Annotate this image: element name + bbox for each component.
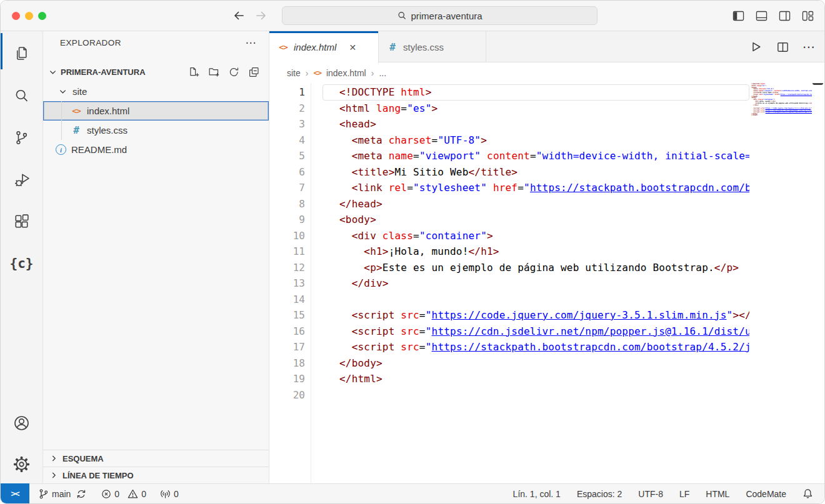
toggle-sidebar-icon[interactable] <box>732 9 745 22</box>
account-icon[interactable] <box>1 401 42 445</box>
editor-more-actions-icon[interactable]: ⋯ <box>802 39 816 54</box>
scrollbar[interactable] <box>812 83 824 483</box>
line-number: 12 <box>269 260 311 276</box>
line-number: 8 <box>269 196 311 212</box>
refresh-icon[interactable] <box>228 66 240 78</box>
language-mode[interactable]: HTML <box>706 489 729 499</box>
file-styles.css[interactable]: #styles.css <box>43 121 269 140</box>
run-debug-icon[interactable] <box>1 159 42 200</box>
code-line[interactable]: </body> <box>339 355 749 372</box>
tab-label: index.html <box>294 42 336 52</box>
code-line[interactable]: </html> <box>339 371 749 387</box>
file-tree: site<>index.html#styles.cssiREADME.md <box>43 82 269 159</box>
tab-label: styles.css <box>403 42 444 52</box>
code-line[interactable]: <html lang="es"> <box>339 101 749 117</box>
code-line[interactable]: <script src="https://stackpath.bootstrap… <box>339 339 749 355</box>
code-area: 1234567891011121314151617181920 <!DOCTYP… <box>269 83 824 483</box>
toggle-secondary-sidebar-icon[interactable] <box>778 9 791 22</box>
file-label: index.html <box>87 106 129 116</box>
activity-bar: {c} <box>1 31 43 483</box>
encoding[interactable]: UTF-8 <box>638 489 663 499</box>
remote-indicator[interactable]: >< <box>1 483 29 503</box>
workspace-section-header[interactable]: PRIMERA-AVENTURA <box>43 62 269 81</box>
breadcrumb-item[interactable]: ... <box>379 68 386 78</box>
remote-icon: >< <box>11 489 19 498</box>
code-content[interactable]: <!DOCTYPE html><html lang="es"><head> <m… <box>311 83 749 483</box>
code-line[interactable]: <body> <box>339 212 749 228</box>
minimize-window-button[interactable] <box>25 12 33 20</box>
line-number: 9 <box>269 212 311 228</box>
close-icon[interactable]: ✕ <box>349 42 356 52</box>
toggle-panel-icon[interactable] <box>755 9 768 22</box>
css-icon: # <box>71 124 82 136</box>
file-label: README.md <box>71 144 127 155</box>
command-center-search[interactable]: primera-aventura <box>282 6 598 25</box>
minimap[interactable]: <!DOCTYPE html> <html lang="es"> <head> … <box>749 83 812 483</box>
chevron-right-icon <box>49 471 58 480</box>
outline-panel-header[interactable]: ESQUEMA <box>43 450 269 467</box>
scrollbar-thumb[interactable] <box>812 83 823 85</box>
sidebar-more-actions-icon[interactable]: ⋯ <box>246 36 256 49</box>
timeline-panel-header[interactable]: LÍNEA DE TIEMPO <box>43 467 269 483</box>
indent-guide <box>61 101 62 140</box>
search-view-icon[interactable] <box>1 75 42 117</box>
indentation[interactable]: Espacios: 2 <box>577 489 622 499</box>
code-line[interactable]: <title>Mi Sitio Web</title> <box>339 164 749 180</box>
line-number: 13 <box>269 275 311 292</box>
c-extension-icon[interactable]: {c} <box>1 242 42 284</box>
extensions-icon[interactable] <box>1 200 42 242</box>
code-line[interactable]: <p>Este es un ejemplo de página web util… <box>339 260 749 276</box>
file-README.md[interactable]: iREADME.md <box>43 140 269 159</box>
breadcrumb-item[interactable]: site <box>287 68 301 78</box>
sidebar-title: EXPLORADOR <box>60 38 121 47</box>
tab-styles.css[interactable]: #styles.css <box>379 31 486 62</box>
ports-status[interactable]: 0 <box>160 488 179 499</box>
assistant-status[interactable]: CodeMate <box>746 489 786 499</box>
collapse-all-icon[interactable] <box>248 66 260 78</box>
code-line[interactable]: <meta charset="UTF-8"> <box>339 132 749 149</box>
code-line[interactable]: <link rel="stylesheet" href="https://sta… <box>339 180 749 196</box>
chevron-right-icon: › <box>306 68 309 78</box>
error-icon <box>101 489 111 499</box>
cursor-position[interactable]: Lín. 1, col. 1 <box>513 489 561 499</box>
line-number: 19 <box>269 371 311 387</box>
code-line[interactable]: <!DOCTYPE html> <box>322 84 749 101</box>
new-folder-icon[interactable] <box>208 66 220 78</box>
eol-sequence[interactable]: LF <box>679 489 689 499</box>
file-index.html[interactable]: <>index.html <box>43 101 269 121</box>
split-editor-icon[interactable] <box>776 40 790 54</box>
code-line[interactable]: <meta name="viewport" content="width=dev… <box>339 148 749 164</box>
zoom-window-button[interactable] <box>38 12 46 20</box>
tab-index.html[interactable]: <>index.html✕ <box>269 31 379 63</box>
code-line[interactable]: <script src="https://code.jquery.com/jqu… <box>339 307 749 324</box>
explorer-icon[interactable] <box>1 31 42 75</box>
close-window-button[interactable] <box>12 12 20 20</box>
run-button[interactable] <box>748 39 763 54</box>
vscode-window: primera-aventura <box>0 0 825 504</box>
code-line[interactable]: <div class="container"> <box>339 228 749 244</box>
line-number: 20 <box>269 387 311 403</box>
html-icon: <> <box>313 69 321 77</box>
status-bar: >< main 0 0 0 Lín. 1 <box>1 483 824 503</box>
code-line[interactable]: </head> <box>339 196 749 212</box>
code-line[interactable] <box>339 387 749 403</box>
code-line[interactable]: <script src="https://cdn.jsdelivr.net/np… <box>339 324 749 340</box>
new-file-icon[interactable] <box>188 66 200 78</box>
back-arrow-icon[interactable] <box>231 7 247 24</box>
chevron-right-icon: › <box>371 68 374 78</box>
forward-arrow-icon[interactable] <box>253 7 269 24</box>
branch-status[interactable]: main <box>38 488 86 499</box>
warning-icon <box>128 488 138 499</box>
bell-icon[interactable] <box>802 488 813 499</box>
code-line[interactable]: <h1>¡Hola, mundo!</h1> <box>339 244 749 260</box>
breadcrumb-item[interactable]: index.html <box>326 68 366 78</box>
code-line[interactable]: <head> <box>339 116 749 132</box>
title-bar: primera-aventura <box>1 1 824 31</box>
settings-gear-icon[interactable] <box>1 445 42 483</box>
code-line[interactable] <box>339 292 749 308</box>
code-line[interactable]: </div> <box>339 275 749 292</box>
folder-site[interactable]: site <box>43 82 269 101</box>
problems-status[interactable]: 0 0 <box>101 488 146 499</box>
source-control-icon[interactable] <box>1 117 42 159</box>
customize-layout-icon[interactable] <box>801 9 814 22</box>
